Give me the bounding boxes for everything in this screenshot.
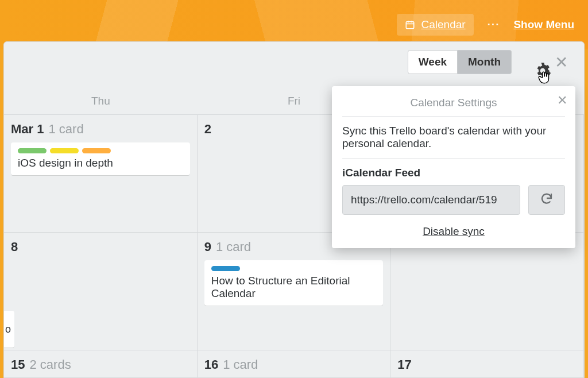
view-switch: Week Month bbox=[408, 50, 512, 74]
cell-count: 1 card bbox=[216, 240, 251, 254]
close-icon[interactable]: ✕ bbox=[557, 93, 567, 108]
calendar-cell[interactable] bbox=[390, 232, 584, 350]
card-title: iOS design in depth bbox=[18, 157, 183, 169]
popover-title-row: Calendar Settings ✕ bbox=[342, 94, 565, 117]
card-labels bbox=[18, 148, 183, 153]
svg-rect-0 bbox=[407, 22, 415, 29]
popover-description: Sync this Trello board's calendar with y… bbox=[342, 117, 565, 159]
cell-date: 17 bbox=[397, 357, 411, 372]
calendar-panel-toolbar: Week Month ✕ bbox=[4, 42, 584, 78]
calendar-powerup-button[interactable]: Calendar bbox=[397, 14, 473, 36]
view-week-button[interactable]: Week bbox=[408, 50, 458, 74]
calendar-cell[interactable]: 16 1 card bbox=[198, 350, 391, 378]
overflow-card-edge[interactable]: o bbox=[3, 311, 14, 348]
close-calendar-button[interactable]: ✕ bbox=[551, 53, 571, 72]
label-blue bbox=[211, 266, 240, 271]
cell-count: 1 card bbox=[48, 122, 83, 137]
card-title: How to Structure an Editorial Calendar bbox=[211, 275, 377, 300]
calendar-card[interactable]: iOS design in depth bbox=[11, 142, 190, 175]
ical-feed-label: iCalendar Feed bbox=[342, 167, 565, 179]
cell-date: 16 bbox=[204, 357, 218, 372]
calendar-powerup-label: Calendar bbox=[421, 18, 465, 31]
label-green bbox=[18, 148, 47, 153]
calendar-settings-popover: Calendar Settings ✕ Sync this Trello boa… bbox=[332, 86, 575, 248]
calendar-settings-button[interactable] bbox=[521, 52, 541, 72]
cell-date: 9 bbox=[204, 240, 211, 254]
refresh-feed-button[interactable] bbox=[528, 185, 565, 215]
cell-date: 15 bbox=[11, 357, 25, 372]
ical-feed-input[interactable] bbox=[342, 185, 520, 215]
cell-count: 1 card bbox=[223, 357, 258, 372]
cell-date: 8 bbox=[11, 240, 18, 254]
cell-count: 2 cards bbox=[29, 357, 71, 372]
refresh-icon bbox=[540, 192, 554, 208]
day-header-thu: Thu bbox=[4, 95, 198, 107]
label-yellow bbox=[50, 148, 79, 153]
calendar-cell[interactable]: Mar 1 1 card iOS design in depth bbox=[4, 114, 198, 232]
calendar-cell[interactable]: 15 2 cards bbox=[4, 350, 198, 378]
calendar-card[interactable]: How to Structure an Editorial Calendar bbox=[204, 260, 384, 306]
show-menu-button[interactable]: Show Menu bbox=[513, 18, 574, 31]
calendar-cell[interactable]: 17 bbox=[390, 350, 584, 378]
popover-title: Calendar Settings bbox=[410, 97, 497, 109]
cell-date: Mar 1 bbox=[11, 122, 44, 137]
calendar-icon bbox=[405, 20, 415, 30]
cell-date: 2 bbox=[204, 122, 211, 137]
more-dots[interactable]: ··· bbox=[488, 18, 500, 31]
overflow-card-text: o bbox=[5, 323, 11, 335]
label-orange bbox=[82, 148, 111, 153]
calendar-cell[interactable]: 8 bbox=[4, 232, 198, 350]
view-month-button[interactable]: Month bbox=[458, 50, 512, 74]
card-labels bbox=[211, 266, 377, 271]
calendar-cell[interactable]: 9 1 card How to Structure an Editorial C… bbox=[198, 232, 391, 350]
disable-sync-link[interactable]: Disable sync bbox=[423, 225, 485, 237]
